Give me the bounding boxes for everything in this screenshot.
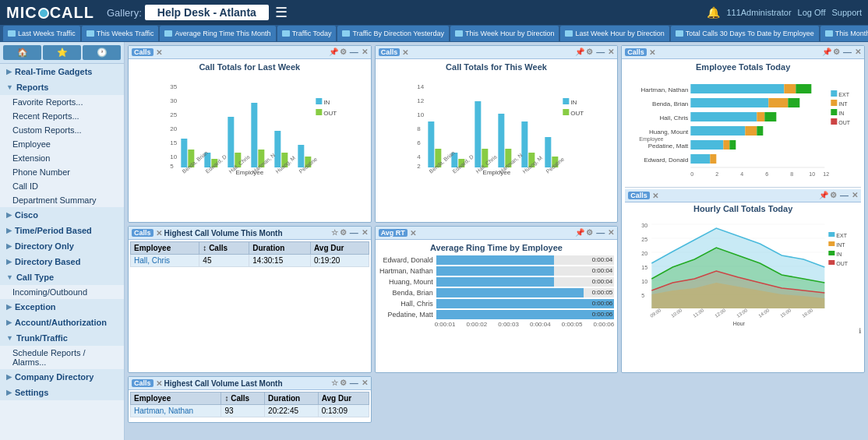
sidebar-item-schedule-reports[interactable]: Schedule Reports / Alarms... — [0, 346, 124, 369]
minimize-icon[interactable]: — — [842, 48, 853, 57]
sidebar-item-time-period[interactable]: ▶ Time/Period Based — [0, 223, 124, 238]
svg-text:8: 8 — [791, 171, 794, 177]
svg-text:OUT: OUT — [837, 261, 849, 266]
close-button[interactable]: ✕ — [608, 48, 614, 57]
tab-icon — [8, 30, 16, 37]
history-button[interactable]: 🕐 — [83, 45, 121, 60]
sidebar-item-favorite-reports[interactable]: Favorite Reports... — [0, 95, 124, 109]
gallery-title: Help Desk - Atlanta — [145, 5, 269, 20]
tab-week-hour-direction[interactable]: This Week Hour by Direction — [450, 26, 559, 41]
sidebar-item-custom-reports[interactable]: Custom Reports... — [0, 123, 124, 137]
settings-icon[interactable]: ⚙ — [340, 48, 347, 57]
sidebar-item-cisco[interactable]: ▶ Cisco — [0, 207, 124, 223]
sidebar-item-phone-number[interactable]: Phone Number — [0, 165, 124, 179]
admin-link[interactable]: 111Administrator — [726, 8, 791, 17]
close-button[interactable]: ✕ — [362, 228, 368, 238]
close-icon[interactable]: ✕ — [156, 229, 162, 238]
sidebar-item-settings[interactable]: ▶ Settings — [0, 385, 124, 400]
close-icon[interactable]: ✕ — [156, 48, 162, 57]
sidebar-item-directory-only[interactable]: ▶ Directory Only — [0, 238, 124, 254]
close-icon[interactable]: ✕ — [156, 379, 162, 388]
pin-icon[interactable]: 📌 — [329, 48, 338, 57]
tab-last-weeks-traffic[interactable]: Last Weeks Traffic — [3, 26, 80, 41]
star-icon[interactable]: ☆ — [331, 378, 338, 388]
svg-text:6: 6 — [417, 139, 421, 146]
tab-this-weeks-traffic[interactable]: This Weeks Traffic — [82, 26, 159, 41]
sidebar-item-real-time-gadgets[interactable]: ▶ Real-Time Gadgets — [0, 64, 124, 79]
sidebar-item-call-type[interactable]: ▼ Call Type — [0, 269, 124, 285]
close-button[interactable]: ✕ — [362, 48, 368, 57]
sidebar-item-employee[interactable]: Employee — [0, 137, 124, 151]
col-calls: ↕ Calls — [221, 392, 265, 405]
sidebar-item-company-directory[interactable]: ▶ Company Directory — [0, 369, 124, 385]
menu-icon[interactable]: ☰ — [275, 4, 288, 21]
minimize-icon[interactable]: — — [348, 378, 360, 388]
close-icon[interactable]: ✕ — [402, 48, 408, 57]
sidebar-item-dept-summary[interactable]: Department Summary — [0, 193, 124, 207]
sidebar-label: Company Directory — [15, 372, 94, 382]
svg-rect-74 — [691, 126, 746, 136]
logoff-link[interactable]: Log Off — [798, 8, 826, 17]
cell-avg-dur: 0:19:20 — [310, 255, 369, 267]
support-link[interactable]: Support — [831, 8, 862, 17]
hourly-widget-header: Calls ✕ 📌 ⚙ — ✕ — [625, 189, 861, 202]
minimize-icon[interactable]: — — [348, 48, 360, 57]
pin-icon[interactable]: 📌 — [575, 48, 584, 57]
hourly-widget-title: Hourly Call Totals Today — [625, 204, 861, 213]
widget-actions: ☆ ⚙ — ✕ — [331, 228, 368, 238]
tab-total-calls-30[interactable]: Total Calls 30 Days To Date by Employee — [671, 26, 819, 41]
sidebar-item-extension[interactable]: Extension — [0, 151, 124, 165]
sidebar-item-recent-reports[interactable]: Recent Reports... — [0, 109, 124, 123]
settings-icon[interactable]: ⚙ — [586, 228, 593, 238]
widget-highest-call-last-month: Calls ✕ Highest Call Volume Last Month ☆… — [128, 376, 372, 423]
sidebar-item-reports[interactable]: ▼ Reports — [0, 79, 124, 95]
bar-chart-last-week: 35 30 25 20 15 10 5 — [132, 75, 368, 176]
settings-icon[interactable]: ⚙ — [340, 228, 347, 238]
logo: MICCALL — [6, 4, 94, 22]
minimize-icon[interactable]: — — [595, 48, 606, 57]
sidebar-item-trunk-traffic[interactable]: ▼ Trunk/Traffic — [0, 330, 124, 346]
close-button[interactable]: ✕ — [852, 191, 858, 200]
svg-text:4: 4 — [417, 153, 421, 160]
tab-top-employee[interactable]: This Month's Top Employee by V... — [820, 26, 868, 41]
avg-rt-label: Pedatine, Matt — [379, 311, 433, 319]
minimize-icon[interactable]: — — [838, 191, 850, 200]
sidebar-item-exception[interactable]: ▶ Exception — [0, 299, 124, 315]
close-button[interactable]: ✕ — [362, 378, 368, 388]
cell-employee[interactable]: Hartman, Nathan — [131, 405, 221, 417]
favorites-button[interactable]: ⭐ — [43, 45, 81, 60]
settings-icon[interactable]: ⚙ — [830, 191, 837, 200]
sidebar-item-account-auth[interactable]: ▶ Account/Authorization — [0, 315, 124, 330]
settings-icon[interactable]: ⚙ — [586, 48, 593, 57]
tab-avg-ring-time[interactable]: Average Ring Time This Month — [160, 26, 275, 41]
sidebar-item-incoming-outbound[interactable]: Incoming/Outbound — [0, 285, 124, 299]
tab-last-week-hour-direction[interactable]: Last Week Hour by Direction — [560, 26, 669, 41]
close-button[interactable]: ✕ — [855, 48, 861, 57]
pin-icon[interactable]: 📌 — [575, 228, 584, 238]
close-icon[interactable]: ✕ — [410, 229, 416, 238]
home-button[interactable]: 🏠 — [3, 45, 41, 60]
bell-icon[interactable]: 🔔 — [707, 6, 720, 19]
minimize-icon[interactable]: — — [595, 228, 606, 238]
star-icon[interactable]: ☆ — [331, 228, 338, 238]
svg-text:INT: INT — [837, 242, 846, 248]
close-icon[interactable]: ✕ — [652, 192, 658, 200]
minimize-icon[interactable]: — — [348, 228, 360, 238]
close-button[interactable]: ✕ — [608, 228, 614, 238]
sidebar-label: Custom Reports... — [12, 125, 82, 135]
pin-icon[interactable]: 📌 — [822, 48, 831, 57]
svg-text:0: 0 — [691, 171, 694, 177]
sidebar-item-directory-based[interactable]: ▶ Directory Based — [0, 254, 124, 269]
settings-icon[interactable]: ⚙ — [833, 48, 840, 57]
avg-rt-row: Pedatine, Matt 0:00:06 — [379, 310, 615, 319]
sidebar-item-call-id[interactable]: Call ID — [0, 179, 124, 193]
cell-employee[interactable]: Hall, Chris — [131, 255, 199, 267]
tab-icon — [282, 30, 290, 37]
pin-icon[interactable]: 📌 — [819, 191, 828, 200]
tab-traffic-direction-yesterday[interactable]: Traffic By Direction Yesterday — [337, 26, 449, 41]
tab-traffic-today[interactable]: Traffic Today — [277, 26, 337, 41]
col-calls: ↕ Calls — [199, 242, 249, 255]
settings-icon[interactable]: ⚙ — [340, 378, 347, 388]
close-icon[interactable]: ✕ — [649, 48, 655, 57]
expand-arrow-icon: ▶ — [6, 242, 12, 250]
